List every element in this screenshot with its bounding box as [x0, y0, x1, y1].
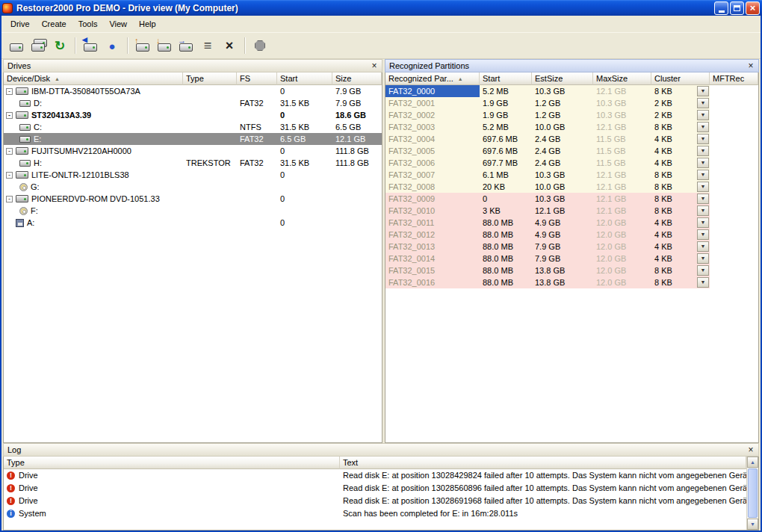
drive-row[interactable]: -ST320413A3.39018.6 GB [4, 109, 382, 121]
scroll-thumb[interactable] [748, 468, 758, 518]
menu-item-help[interactable]: Help [133, 17, 162, 31]
column-header-start[interactable]: Start [480, 72, 532, 85]
tree-expander-icon[interactable]: - [6, 172, 13, 179]
drive-shape [10, 43, 23, 52]
menu-item-drive[interactable]: Drive [4, 17, 36, 31]
partition-row[interactable]: FAT32_001188.0 MB4.9 GB12.0 GB4 KB▼ [385, 217, 758, 229]
floppy-icon [16, 219, 24, 227]
drive-row[interactable]: -IBM-DTTA-350840T55OA73A07.9 GB [4, 85, 382, 97]
refresh-button[interactable]: ↻ [49, 35, 70, 56]
partition-row[interactable]: FAT32_001488.0 MB7.9 GB12.0 GB4 KB▼ [385, 253, 758, 265]
partition-row[interactable]: FAT32_001288.0 MB4.9 GB12.0 GB4 KB▼ [385, 229, 758, 241]
column-header-size[interactable]: Size [332, 72, 382, 85]
open-drive-button[interactable]: ◀ [80, 35, 101, 56]
log-row[interactable]: iSystemScan has been completed for E: in… [4, 507, 746, 520]
cluster-dropdown-icon[interactable]: ▼ [697, 217, 709, 228]
copy-drives-button[interactable] [28, 35, 49, 56]
cluster-dropdown-icon[interactable]: ▼ [697, 241, 709, 252]
partition-row[interactable]: FAT32_0006697.7 MB2.4 GB11.5 GB4 KB▼ [385, 157, 758, 169]
partition-name-cell: FAT32_0005 [385, 145, 480, 157]
volume-icon [19, 160, 31, 167]
stop-button[interactable] [250, 35, 270, 56]
scroll-up-icon[interactable]: ▲ [747, 457, 758, 468]
scan-button[interactable]: ● [102, 35, 123, 56]
drive-row[interactable]: C:NTFS31.5 KB6.5 GB [4, 121, 382, 133]
drive-row[interactable]: F: [4, 205, 382, 217]
log-panel-close-icon[interactable]: × [746, 445, 756, 455]
partition-row[interactable]: FAT32_000820 KB10.0 GB12.1 GB8 KB▼ [385, 181, 758, 193]
partition-row[interactable]: FAT32_00103 KB12.1 GB12.1 GB8 KB▼ [385, 205, 758, 217]
drive-row[interactable]: -PIONEERDVD-ROM DVD-1051.330 [4, 193, 382, 205]
close-button[interactable]: × [746, 1, 760, 15]
cluster-dropdown-icon[interactable]: ▼ [697, 194, 709, 204]
column-header-device-disk[interactable]: Device/Disk▲ [4, 72, 183, 85]
cluster-dropdown-icon[interactable]: ▼ [697, 110, 709, 120]
partition-row[interactable]: FAT32_00021.9 GB1.2 GB10.3 GB2 KB▼ [385, 109, 758, 121]
cluster-dropdown-icon[interactable]: ▼ [697, 134, 709, 144]
cluster-dropdown-icon[interactable]: ▼ [697, 98, 709, 108]
column-header-maxsize[interactable]: MaxSize [593, 72, 651, 85]
drive-button[interactable] [6, 35, 27, 56]
log-row[interactable]: !DriveRead disk E: at position 130286919… [4, 495, 746, 507]
cluster-dropdown-icon[interactable]: ▼ [697, 253, 709, 264]
cluster-dropdown-icon[interactable]: ▼ [697, 229, 709, 240]
properties-button[interactable]: ≡ [197, 35, 218, 56]
partition-row[interactable]: FAT32_00005.2 MB10.3 GB12.1 GB8 KB▼ [385, 85, 758, 97]
column-header-estsize[interactable]: EstSize [532, 72, 593, 85]
cluster-dropdown-icon[interactable]: ▼ [697, 122, 709, 132]
column-header-type[interactable]: Type [4, 457, 340, 469]
export-button[interactable]: → [176, 35, 196, 56]
column-header-text[interactable]: Text [340, 457, 746, 469]
drive-row[interactable]: H:TREKSTORFAT3231.5 KB111.8 GB [4, 157, 382, 169]
column-header-recognized-par-[interactable]: Recognized Par...▲ [385, 72, 480, 85]
partition-row[interactable]: FAT32_00011.9 GB1.2 GB10.3 GB2 KB▼ [385, 97, 758, 109]
menu-item-tools[interactable]: Tools [72, 17, 104, 31]
partition-row[interactable]: FAT32_0009010.3 GB12.1 GB8 KB▼ [385, 193, 758, 205]
cluster-dropdown-icon[interactable]: ▼ [697, 265, 709, 276]
partition-row[interactable]: FAT32_001688.0 MB13.8 GB12.0 GB8 KB▼ [385, 276, 758, 288]
drive-row[interactable]: G: [4, 181, 382, 193]
maximize-button[interactable] [730, 1, 744, 15]
menu-item-view[interactable]: View [103, 17, 133, 31]
column-header-fs[interactable]: FS [237, 72, 277, 85]
column-header-cluster[interactable]: Cluster [651, 72, 710, 85]
cluster-dropdown-icon[interactable]: ▼ [697, 277, 709, 288]
partition-row[interactable]: FAT32_00035.2 MB10.0 GB12.1 GB8 KB▼ [385, 121, 758, 133]
column-header-type[interactable]: Type [183, 72, 237, 85]
column-header-mftrec[interactable]: MFTRec [710, 72, 758, 85]
create-image-button[interactable]: ↓ [154, 35, 175, 56]
tree-expander-icon[interactable]: - [6, 148, 13, 155]
partition-row[interactable]: FAT32_0004697.6 MB2.4 GB11.5 GB4 KB▼ [385, 133, 758, 145]
drives-panel-close-icon[interactable]: × [369, 61, 380, 71]
log-row[interactable]: !DriveRead disk E: at position 130285608… [4, 482, 746, 495]
log-row[interactable]: !DriveRead disk E: at position 130284298… [4, 469, 746, 482]
partition-row[interactable]: FAT32_001388.0 MB7.9 GB12.0 GB4 KB▼ [385, 241, 758, 253]
log-scrollbar[interactable]: ▲ ▼ [746, 457, 758, 530]
cluster-dropdown-icon[interactable]: ▼ [697, 158, 709, 168]
close-drive-button[interactable]: × [219, 35, 240, 56]
partition-row[interactable]: FAT32_001588.0 MB13.8 GB12.0 GB8 KB▼ [385, 265, 758, 276]
drive-row[interactable]: -LITE-ONLTR-12101BLS380 [4, 169, 382, 181]
drive-row[interactable]: D:FAT3231.5 KB7.9 GB [4, 97, 382, 109]
tree-expander-icon[interactable]: - [6, 88, 13, 95]
drive-row[interactable]: -FUJITSUMHV2120AH00000111.8 GB [4, 145, 382, 157]
cluster-dropdown-icon[interactable]: ▼ [697, 182, 709, 192]
partition-row[interactable]: FAT32_0005697.6 MB2.4 GB11.5 GB4 KB▼ [385, 145, 758, 157]
tree-expander-icon[interactable]: - [6, 196, 13, 202]
cluster-dropdown-icon[interactable]: ▼ [697, 86, 709, 96]
column-header-start[interactable]: Start [277, 72, 332, 85]
toolbar: ↻◀●↑↓→≡× [1, 32, 761, 59]
drive-row[interactable]: E:FAT326.5 GB12.1 GB [4, 133, 382, 145]
device-name-cell: -PIONEERDVD-ROM DVD-1051.33 [4, 193, 183, 205]
drive-row[interactable]: A:0 [4, 217, 382, 229]
tree-expander-icon[interactable]: - [6, 112, 13, 119]
menu-item-create[interactable]: Create [36, 17, 72, 31]
open-image-button[interactable]: ↑ [132, 35, 153, 56]
cluster-dropdown-icon[interactable]: ▼ [697, 170, 709, 180]
scroll-down-icon[interactable]: ▼ [747, 519, 758, 530]
cluster-dropdown-icon[interactable]: ▼ [697, 205, 709, 216]
recognized-panel-close-icon[interactable]: × [746, 61, 756, 71]
partition-row[interactable]: FAT32_00076.1 MB10.3 GB12.1 GB8 KB▼ [385, 169, 758, 181]
cluster-dropdown-icon[interactable]: ▼ [697, 146, 709, 156]
minimize-button[interactable] [714, 1, 728, 15]
